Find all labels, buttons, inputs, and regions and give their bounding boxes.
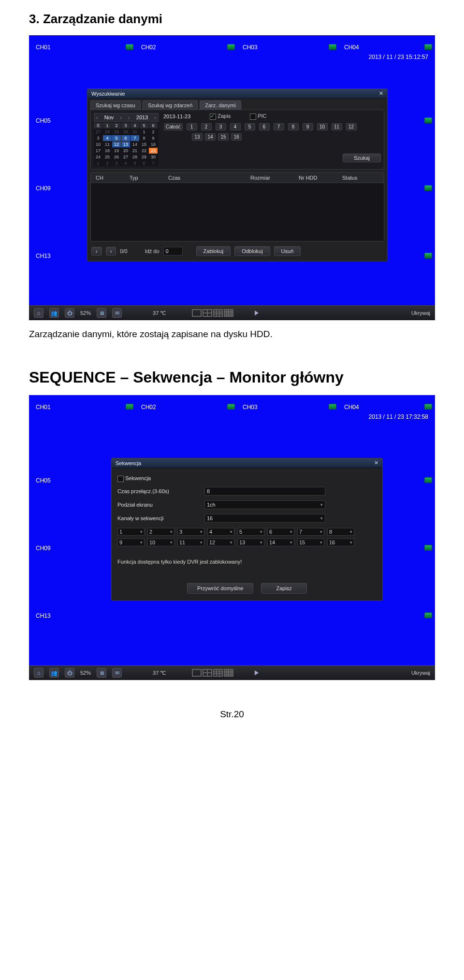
seq-channel-select[interactable]: 6▾ bbox=[267, 528, 294, 536]
seq-channel-select[interactable]: 15▾ bbox=[297, 539, 324, 546]
channel-num-button[interactable]: 14 bbox=[205, 133, 216, 141]
switch-time-label: Czas przełącz.(3-60s) bbox=[117, 488, 204, 494]
tab-event-search[interactable]: Szukaj wg zdarzeń bbox=[143, 100, 198, 110]
all-channels-button[interactable]: Całość bbox=[164, 123, 183, 130]
seq-channel-select[interactable]: 1▾ bbox=[117, 528, 145, 536]
seq-channel-select[interactable]: 13▾ bbox=[237, 539, 264, 546]
temperature: 37 ℃ bbox=[153, 670, 166, 676]
switch-time-input[interactable]: 8 bbox=[204, 487, 325, 496]
tab-time-search[interactable]: Szukaj wg czasu bbox=[90, 100, 141, 110]
layout-icons[interactable] bbox=[192, 669, 233, 677]
seq-channel-select[interactable]: 8▾ bbox=[327, 528, 354, 536]
monitor-icon[interactable]: 🖥 bbox=[97, 668, 106, 678]
seq-channel-select[interactable]: 12▾ bbox=[207, 539, 234, 546]
seq-channel-select[interactable]: 3▾ bbox=[177, 528, 204, 536]
chevron-down-icon: ▾ bbox=[320, 502, 323, 507]
search-button[interactable]: Szukaj bbox=[343, 154, 381, 162]
hide-button[interactable]: Ukrywaj bbox=[411, 310, 430, 316]
cal-prev-icon[interactable]: ‹ bbox=[96, 114, 98, 120]
pager-text: 0/0 bbox=[120, 248, 127, 254]
close-icon[interactable]: ✕ bbox=[379, 90, 383, 97]
channel-label: CH04 bbox=[344, 44, 359, 51]
chevron-down-icon: ▾ bbox=[320, 516, 323, 521]
layout-icons[interactable] bbox=[192, 309, 233, 317]
seq-channel-select[interactable]: 11▾ bbox=[177, 539, 204, 546]
dialog-titlebar: Wyszukiwanie ✕ bbox=[87, 89, 387, 99]
mail-icon[interactable]: ✉ bbox=[112, 668, 122, 678]
channel-num-button[interactable]: 15 bbox=[218, 133, 229, 141]
channel-num-button[interactable]: 3 bbox=[216, 123, 226, 130]
channels-count-select[interactable]: 16▾ bbox=[204, 514, 325, 523]
zapis-checkbox[interactable]: Zapis bbox=[210, 113, 231, 120]
cal-prev-year-icon[interactable]: ‹ bbox=[128, 114, 130, 120]
channel-num-button[interactable]: 10 bbox=[317, 123, 328, 130]
channel-label: CH04 bbox=[344, 404, 359, 411]
hide-button[interactable]: Ukrywaj bbox=[411, 670, 430, 676]
power-icon[interactable]: ⏻ bbox=[65, 668, 74, 678]
page-number: Str.20 bbox=[29, 709, 435, 720]
pager-prev-button[interactable]: ‹ bbox=[91, 247, 102, 256]
seq-channel-select[interactable]: 16▾ bbox=[327, 539, 354, 546]
cal-next-icon[interactable]: › bbox=[120, 114, 122, 120]
channel-icon bbox=[126, 44, 133, 50]
restore-defaults-button[interactable]: Przywróć domyślne bbox=[187, 583, 253, 594]
screen-split-select[interactable]: 1ch▾ bbox=[204, 500, 325, 509]
play-icon[interactable] bbox=[255, 311, 259, 315]
channel-num-button[interactable]: 5 bbox=[245, 123, 255, 130]
channel-icon bbox=[424, 545, 432, 551]
channel-label: CH03 bbox=[243, 44, 258, 51]
channel-icon bbox=[227, 44, 235, 50]
seq-channel-select[interactable]: 14▾ bbox=[267, 539, 294, 546]
home-icon[interactable]: ⌂ bbox=[34, 668, 44, 678]
seq-channel-select[interactable]: 9▾ bbox=[117, 539, 145, 546]
calendar-grid[interactable]: S123456 272829303112 3456789 10111213141… bbox=[94, 123, 159, 166]
play-icon[interactable] bbox=[255, 670, 259, 675]
disk-usage: 52% bbox=[80, 670, 91, 676]
seq-channel-select[interactable]: 7▾ bbox=[297, 528, 324, 536]
channel-icon bbox=[424, 477, 432, 483]
delete-button[interactable]: Usuń bbox=[274, 246, 301, 256]
close-icon[interactable]: ✕ bbox=[374, 460, 378, 466]
channel-num-button[interactable]: 6 bbox=[259, 123, 270, 130]
channel-label: CH13 bbox=[36, 253, 51, 259]
channel-num-button[interactable]: 4 bbox=[230, 123, 241, 130]
unlock-button[interactable]: Odblokuj bbox=[234, 246, 270, 256]
channel-icon bbox=[424, 404, 432, 410]
user-icon[interactable]: 👥 bbox=[49, 668, 59, 678]
seq-channel-select[interactable]: 4▾ bbox=[207, 528, 234, 536]
channel-label: CH02 bbox=[141, 44, 156, 51]
channel-num-button[interactable]: 13 bbox=[192, 133, 203, 141]
timestamp: 2013 / 11 / 23 15:12:57 bbox=[369, 54, 428, 60]
user-icon[interactable]: 👥 bbox=[49, 308, 59, 318]
tab-data-mgmt[interactable]: Zarz. danymi bbox=[200, 100, 241, 110]
monitor-icon[interactable]: 🖥 bbox=[97, 308, 106, 318]
channel-label: CH02 bbox=[141, 404, 156, 411]
save-button[interactable]: Zapisz bbox=[261, 583, 306, 594]
channel-num-button[interactable]: 1 bbox=[187, 123, 197, 130]
cal-next-year-icon[interactable]: › bbox=[154, 114, 156, 120]
goto-input[interactable]: 0 bbox=[163, 247, 183, 256]
channel-num-button[interactable]: 8 bbox=[288, 123, 299, 130]
pic-checkbox[interactable]: PIC bbox=[250, 113, 266, 120]
channel-num-button[interactable]: 16 bbox=[231, 133, 242, 141]
seq-channel-select[interactable]: 5▾ bbox=[237, 528, 264, 536]
channel-num-button[interactable]: 2 bbox=[201, 123, 212, 130]
seq-channel-select[interactable]: 10▾ bbox=[147, 539, 174, 546]
calendar[interactable]: ‹ Nov › ‹ 2013 › S123456 272829303112 34… bbox=[94, 113, 159, 166]
channel-icon bbox=[424, 44, 432, 50]
channel-icon bbox=[329, 44, 336, 50]
lock-button[interactable]: Zablokuj bbox=[196, 246, 231, 256]
channel-num-button[interactable]: 7 bbox=[274, 123, 284, 130]
channel-label: CH01 bbox=[36, 44, 51, 51]
seq-channel-select[interactable]: 2▾ bbox=[147, 528, 174, 536]
pager-next-button[interactable]: › bbox=[106, 247, 116, 256]
channel-num-button[interactable]: 9 bbox=[303, 123, 313, 130]
home-icon[interactable]: ⌂ bbox=[34, 308, 44, 318]
power-icon[interactable]: ⏻ bbox=[65, 308, 74, 318]
channel-num-button[interactable]: 12 bbox=[346, 123, 357, 130]
sequence-checkbox[interactable]: Sekwencja bbox=[117, 475, 151, 482]
cal-month: Nov bbox=[104, 114, 114, 120]
channel-num-button[interactable]: 11 bbox=[332, 123, 342, 130]
sequence-channels-grid: 1▾ 2▾ 3▾ 4▾ 5▾ 6▾ 7▾ 8▾ 9▾ 10▾ 11▾ 12▾ 1… bbox=[114, 525, 380, 549]
mail-icon[interactable]: ✉ bbox=[112, 308, 122, 318]
